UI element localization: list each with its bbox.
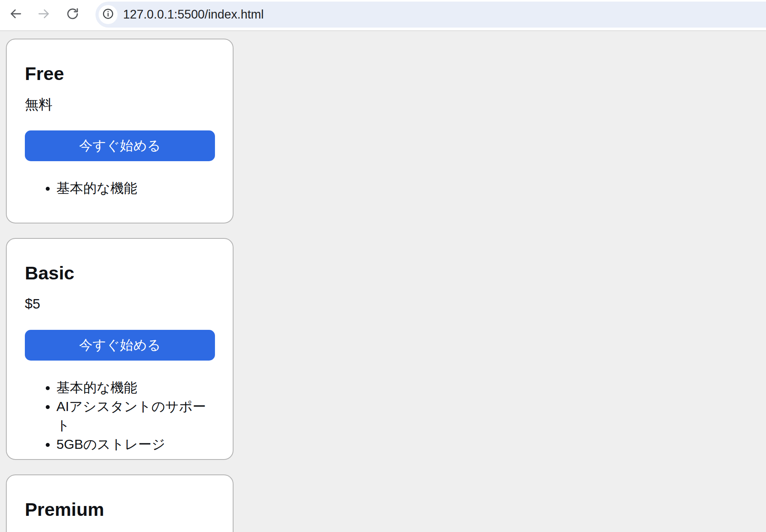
- browser-toolbar: 127.0.0.1:5500/index.html: [0, 0, 766, 31]
- info-icon: [102, 8, 114, 21]
- address-bar[interactable]: 127.0.0.1:5500/index.html: [95, 2, 766, 28]
- forward-button[interactable]: [36, 7, 51, 22]
- plan-title: Basic: [25, 262, 215, 284]
- feature-item: AIアシスタントのサポート: [56, 397, 215, 435]
- feature-item: 5GBのストレージ: [56, 435, 215, 454]
- plan-price: 無料: [25, 96, 215, 112]
- plan-title: Free: [25, 63, 215, 84]
- url-text: 127.0.0.1:5500/index.html: [123, 2, 264, 28]
- pricing-page: Free 無料 今すぐ始める 基本的な機能 Basic $5 今すぐ始める 基本…: [0, 31, 766, 532]
- reload-icon: [65, 7, 80, 22]
- feature-list: 基本的な機能: [25, 179, 215, 197]
- reload-button[interactable]: [65, 7, 80, 22]
- plan-title: Premium: [25, 499, 215, 520]
- plan-card-basic: Basic $5 今すぐ始める 基本的な機能 AIアシスタントのサポート 5GB…: [6, 238, 234, 460]
- plan-card-free: Free 無料 今すぐ始める 基本的な機能: [6, 39, 234, 223]
- arrow-right-icon: [37, 7, 51, 22]
- feature-list: 基本的な機能 AIアシスタントのサポート 5GBのストレージ: [25, 378, 215, 454]
- plan-price: $5: [25, 296, 215, 312]
- site-info-button[interactable]: [99, 5, 118, 24]
- feature-item: 基本的な機能: [56, 179, 215, 197]
- plan-card-premium: Premium: [6, 474, 234, 532]
- back-button[interactable]: [8, 7, 23, 22]
- start-now-button[interactable]: 今すぐ始める: [25, 130, 215, 161]
- feature-item: 基本的な機能: [56, 378, 215, 397]
- start-now-button[interactable]: 今すぐ始める: [25, 330, 215, 361]
- arrow-left-icon: [9, 7, 23, 22]
